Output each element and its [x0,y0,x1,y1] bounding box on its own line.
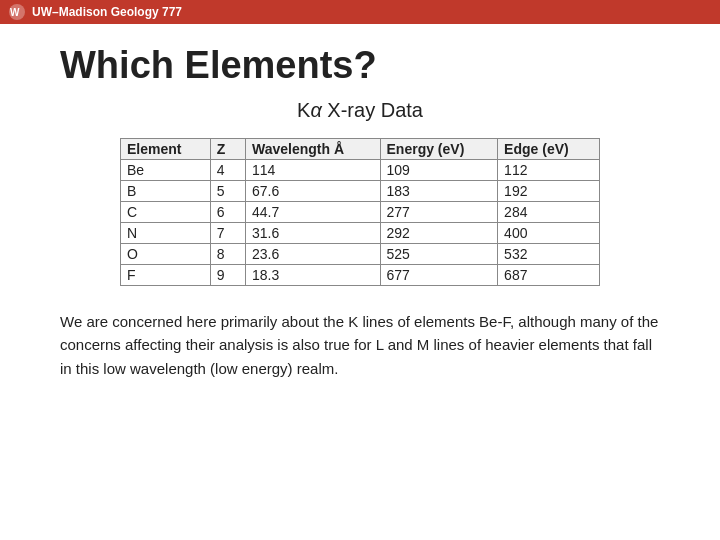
body-paragraph: We are concerned here primarily about th… [60,310,660,380]
table-cell: 292 [380,223,498,244]
table-cell: C [121,202,211,223]
subtitle: Kα X-ray Data [60,99,660,122]
table-cell: 23.6 [245,244,380,265]
table-cell: 18.3 [245,265,380,286]
table-cell: Be [121,160,211,181]
table-cell: 8 [210,244,245,265]
table-cell: 400 [498,223,600,244]
col-header-element: Element [121,139,211,160]
table-cell: 5 [210,181,245,202]
table-cell: 525 [380,244,498,265]
table-cell: 532 [498,244,600,265]
svg-text:W: W [10,7,20,18]
table-cell: 44.7 [245,202,380,223]
col-header-edge: Edge (eV) [498,139,600,160]
page-title: Which Elements? [60,44,660,87]
table-row: O823.6525532 [121,244,600,265]
table-row: B567.6183192 [121,181,600,202]
table-row: N731.6292400 [121,223,600,244]
table-cell: 112 [498,160,600,181]
uw-logo-icon: W [8,3,26,21]
table-cell: O [121,244,211,265]
table-header-row: Element Z Wavelength Å Energy (eV) Edge … [121,139,600,160]
col-header-z: Z [210,139,245,160]
table-cell: 687 [498,265,600,286]
data-table: Element Z Wavelength Å Energy (eV) Edge … [120,138,600,286]
table-row: C644.7277284 [121,202,600,223]
table-cell: 67.6 [245,181,380,202]
table-cell: 9 [210,265,245,286]
top-banner: W UW–Madison Geology 777 [0,0,720,24]
table-row: F918.3677687 [121,265,600,286]
table-cell: B [121,181,211,202]
banner-label: UW–Madison Geology 777 [32,5,182,19]
table-cell: 677 [380,265,498,286]
table-cell: 31.6 [245,223,380,244]
table-cell: 109 [380,160,498,181]
table-cell: 284 [498,202,600,223]
table-cell: N [121,223,211,244]
table-cell: 6 [210,202,245,223]
table-cell: 183 [380,181,498,202]
col-header-wavelength: Wavelength Å [245,139,380,160]
table-cell: 4 [210,160,245,181]
main-content: Which Elements? Kα X-ray Data Element Z … [0,24,720,400]
table-cell: 114 [245,160,380,181]
subtitle-k: Kα X-ray Data [297,99,423,121]
table-cell: F [121,265,211,286]
table-cell: 192 [498,181,600,202]
col-header-energy: Energy (eV) [380,139,498,160]
table-cell: 277 [380,202,498,223]
table-row: Be4114109112 [121,160,600,181]
table-cell: 7 [210,223,245,244]
